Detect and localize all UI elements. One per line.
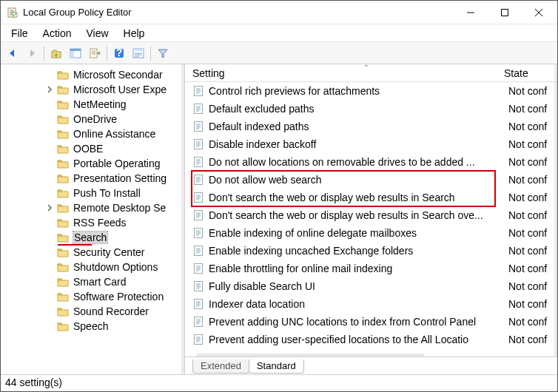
list-row[interactable]: Fully disable Search UINot conf: [185, 277, 557, 295]
tree-item-label: Remote Desktop Se: [73, 202, 166, 214]
column-setting[interactable]: Setting: [185, 67, 504, 79]
tab-strip: Extended Standard: [185, 356, 557, 374]
setting-state: Not conf: [504, 156, 557, 168]
svg-rect-16: [195, 158, 203, 167]
back-button[interactable]: [4, 44, 21, 62]
tree-pane[interactable]: Microsoft SecondarMicrosoft User ExpeNet…: [1, 64, 185, 374]
tree-item[interactable]: NetMeeting: [4, 97, 184, 112]
menu-view[interactable]: View: [78, 26, 115, 41]
tree-item-label: Speech: [73, 320, 108, 332]
setting-state: Not conf: [504, 245, 557, 257]
tree-item-label: Presentation Setting: [73, 172, 167, 184]
close-button[interactable]: [522, 1, 556, 24]
list-row[interactable]: Indexer data locationNot conf: [185, 295, 557, 313]
menu-file[interactable]: File: [4, 26, 36, 41]
list-row[interactable]: Don't search the web or display web resu…: [185, 189, 557, 206]
setting-name: Do not allow locations on removable driv…: [209, 156, 475, 168]
tree-item-label: Smart Card: [73, 276, 127, 288]
tree-item[interactable]: Remote Desktop Se: [4, 200, 184, 215]
svg-rect-12: [195, 87, 203, 96]
list-row[interactable]: Default indexed pathsNot conf: [185, 118, 557, 135]
tree-item[interactable]: Sound Recorder: [4, 304, 184, 319]
tree-item-label: OneDrive: [73, 113, 117, 125]
up-button[interactable]: [47, 44, 65, 62]
setting-state: Not conf: [504, 227, 557, 239]
list-row[interactable]: Disable indexer backoffNot conf: [185, 135, 557, 153]
forward-button[interactable]: [23, 44, 41, 62]
maximize-button[interactable]: [488, 1, 522, 24]
setting-name: Default indexed paths: [209, 121, 309, 132]
tree-item[interactable]: OOBE: [4, 141, 184, 156]
column-state[interactable]: State: [504, 67, 557, 79]
list-row[interactable]: Do not allow locations on removable driv…: [185, 153, 557, 171]
svg-text:?: ?: [116, 47, 123, 58]
tree-item-label: Microsoft Secondar: [73, 69, 163, 81]
tree-item-label: Software Protection: [73, 291, 164, 303]
svg-rect-13: [195, 104, 203, 114]
help-button[interactable]: ?: [110, 44, 128, 62]
tree-item[interactable]: Software Protection: [4, 289, 184, 304]
svg-rect-7: [90, 49, 97, 58]
tree-scrollbar[interactable]: [181, 64, 184, 374]
list-row[interactable]: Enable indexing uncached Exchange folder…: [185, 242, 557, 260]
setting-name: Enable indexing of online delegate mailb…: [209, 227, 417, 239]
tree-item[interactable]: Online Assistance: [4, 126, 184, 141]
tree-item[interactable]: Microsoft Secondar: [4, 67, 184, 82]
list-row[interactable]: Enable throttling for online mail indexi…: [185, 260, 557, 277]
tree-item[interactable]: Search: [4, 230, 184, 245]
list-row[interactable]: Don't search the web or display web resu…: [185, 206, 557, 224]
svg-rect-2: [502, 9, 508, 16]
list-row[interactable]: Control rich previews for attachmentsNot…: [185, 82, 557, 100]
tree-item-label: Portable Operating: [73, 158, 161, 169]
menu-help[interactable]: Help: [116, 26, 152, 41]
tree-item-label: Push To Install: [73, 187, 141, 199]
svg-rect-14: [195, 122, 203, 132]
tree-item[interactable]: OneDrive: [4, 112, 184, 126]
tree-item[interactable]: Shutdown Options: [4, 260, 184, 274]
tree-item[interactable]: Speech: [4, 319, 184, 334]
tree-item-label: Microsoft User Expe: [73, 84, 167, 95]
svg-rect-21: [195, 246, 203, 256]
tab-standard[interactable]: Standard: [249, 359, 304, 374]
svg-rect-22: [195, 264, 203, 274]
setting-state: Not conf: [504, 121, 557, 132]
list-header[interactable]: Setting ⌃ State: [185, 64, 557, 82]
menu-action[interactable]: Action: [36, 26, 79, 41]
list-row[interactable]: Default excluded pathsNot conf: [185, 100, 557, 118]
tree-item[interactable]: Push To Install: [4, 186, 184, 200]
window-title: Local Group Policy Editor: [23, 7, 454, 18]
list-row[interactable]: Enable indexing of online delegate mailb…: [185, 224, 557, 242]
svg-rect-18: [195, 193, 203, 203]
svg-rect-23: [195, 282, 203, 291]
toolbar-separator: [44, 46, 44, 61]
tree-item[interactable]: Smart Card: [4, 274, 184, 289]
show-hide-tree-button[interactable]: [67, 44, 84, 62]
setting-state: Not conf: [504, 263, 557, 274]
tree-item[interactable]: Presentation Setting: [4, 171, 184, 186]
setting-name: Prevent adding UNC locations to index fr…: [209, 316, 476, 328]
minimize-button[interactable]: [454, 1, 488, 24]
setting-state: Not conf: [504, 85, 557, 97]
list-row[interactable]: Prevent adding UNC locations to index fr…: [185, 313, 557, 331]
tree-item[interactable]: Portable Operating: [4, 156, 184, 171]
tree-item-label: Shutdown Options: [73, 261, 158, 273]
list-body[interactable]: Control rich previews for attachmentsNot…: [185, 82, 557, 356]
export-button[interactable]: [86, 44, 104, 62]
tree-item[interactable]: Microsoft User Expe: [4, 82, 184, 97]
filter-button[interactable]: [154, 44, 172, 62]
tree-item-label: NetMeeting: [73, 98, 127, 110]
setting-state: Not conf: [504, 174, 557, 186]
list-row[interactable]: Prevent adding user-specified locations …: [185, 331, 557, 348]
setting-name: Disable indexer backoff: [209, 138, 316, 150]
svg-rect-15: [195, 140, 203, 149]
tree-item[interactable]: RSS Feeds: [4, 215, 184, 230]
list-row[interactable]: Do not allow web searchNot conf: [185, 171, 557, 189]
tab-extended[interactable]: Extended: [192, 359, 249, 374]
tree-item[interactable]: Security Center: [4, 245, 184, 260]
setting-state: Not conf: [504, 209, 557, 221]
list-scrollbar[interactable]: [554, 64, 557, 356]
properties-button[interactable]: [130, 44, 147, 62]
tree-item-label: Security Center: [73, 246, 144, 258]
setting-state: Not conf: [504, 298, 557, 310]
app-icon: [7, 7, 19, 18]
